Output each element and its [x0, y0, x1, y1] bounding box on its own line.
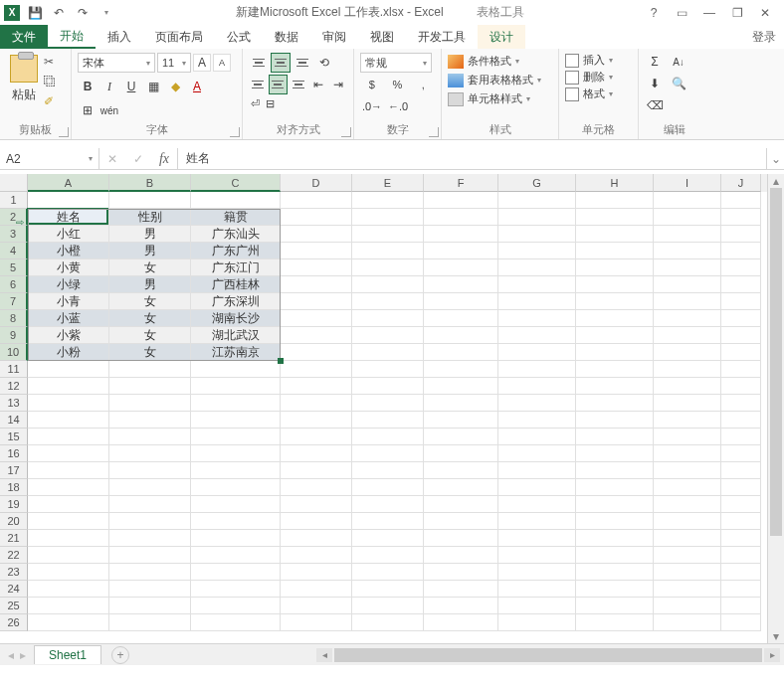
cell[interactable] [424, 462, 498, 479]
cell[interactable] [191, 378, 281, 395]
row-header[interactable]: 6 [0, 276, 28, 293]
cell[interactable] [576, 226, 654, 243]
cell[interactable] [424, 327, 498, 344]
cell[interactable] [109, 378, 191, 395]
cell[interactable] [576, 429, 654, 445]
cell[interactable] [424, 530, 498, 547]
cell[interactable] [352, 361, 424, 378]
cell[interactable] [352, 496, 424, 513]
new-sheet-button[interactable]: + [111, 646, 129, 664]
cell[interactable] [498, 479, 576, 496]
cell[interactable]: 男 [109, 226, 191, 243]
grid-rows[interactable]: 12姓名性别籍贯3小红男广东汕头4小橙男广东广州5小黄女广东江门6小绿男广西桂林… [0, 192, 767, 631]
cell[interactable] [191, 547, 281, 564]
cell[interactable] [281, 412, 352, 429]
cell[interactable] [109, 429, 191, 445]
cell[interactable] [281, 445, 352, 462]
cell[interactable] [191, 598, 281, 614]
align-middle-button[interactable] [271, 53, 291, 73]
cell[interactable] [109, 462, 191, 479]
cell[interactable] [498, 209, 576, 226]
row-header[interactable]: 24 [0, 581, 28, 598]
cell[interactable] [424, 243, 498, 259]
cell[interactable] [109, 530, 191, 547]
cell[interactable] [654, 479, 721, 496]
cell[interactable] [721, 327, 761, 344]
cell[interactable] [576, 293, 654, 310]
cell[interactable] [281, 513, 352, 530]
copy-icon[interactable]: ⿻ [44, 75, 60, 90]
cell[interactable] [28, 462, 109, 479]
cell[interactable] [721, 310, 761, 327]
cell[interactable]: 小红 [28, 226, 109, 243]
cell[interactable] [281, 462, 352, 479]
cell[interactable]: 湖北武汉 [191, 327, 281, 344]
tab-data[interactable]: 数据 [263, 25, 310, 49]
row-header[interactable]: 18 [0, 479, 28, 496]
increase-indent-button[interactable]: ⇥ [329, 75, 347, 94]
qat-save-icon[interactable]: 💾 [26, 4, 44, 22]
cell[interactable] [352, 479, 424, 496]
cell[interactable] [654, 310, 721, 327]
row-header[interactable]: 2 [0, 209, 28, 226]
tab-insert[interactable]: 插入 [96, 25, 143, 49]
cell[interactable] [721, 344, 761, 361]
column-header-D[interactable]: D [281, 174, 352, 192]
font-name-combo[interactable]: 宋体▾ [78, 53, 155, 73]
cell[interactable]: 湖南长沙 [191, 310, 281, 327]
cell[interactable] [352, 395, 424, 412]
format-as-table-button[interactable]: 套用表格格式▾ [448, 72, 552, 88]
cell[interactable] [28, 598, 109, 614]
cell[interactable] [654, 445, 721, 462]
clear-button[interactable]: ⌫ [645, 96, 665, 114]
cell[interactable] [352, 327, 424, 344]
cell[interactable] [721, 581, 761, 598]
cell[interactable] [654, 361, 721, 378]
cell[interactable] [654, 564, 721, 581]
cell[interactable] [498, 310, 576, 327]
hscroll-right-icon[interactable]: ▸ [764, 648, 780, 662]
format-painter-icon[interactable]: ✐ [44, 94, 60, 110]
row-header[interactable]: 19 [0, 496, 28, 513]
cell[interactable] [498, 378, 576, 395]
cell[interactable] [654, 192, 721, 209]
row-header[interactable]: 16 [0, 445, 28, 462]
tab-developer[interactable]: 开发工具 [406, 25, 478, 49]
cell[interactable]: 籍贯 [191, 209, 281, 226]
vertical-scrollbar[interactable]: ▴ ▾ [767, 174, 784, 643]
cell[interactable] [109, 479, 191, 496]
cell[interactable] [191, 192, 281, 209]
row-header[interactable]: 12 [0, 378, 28, 395]
row-header[interactable]: 21 [0, 530, 28, 547]
insert-function-icon[interactable]: fx [151, 151, 177, 167]
qat-undo-icon[interactable]: ↶ [50, 4, 68, 22]
cell[interactable] [28, 395, 109, 412]
cell[interactable] [721, 192, 761, 209]
cell[interactable]: 姓名 [28, 209, 109, 226]
cell[interactable] [281, 395, 352, 412]
cell[interactable]: 广东广州 [191, 243, 281, 259]
cell[interactable] [352, 293, 424, 310]
cell[interactable]: 广西桂林 [191, 276, 281, 293]
cell[interactable] [281, 361, 352, 378]
ribbon-display-icon[interactable]: ▭ [673, 4, 690, 22]
column-header-E[interactable]: E [352, 174, 424, 192]
cell[interactable] [352, 445, 424, 462]
row-header[interactable]: 3 [0, 226, 28, 243]
cell[interactable] [576, 547, 654, 564]
cell[interactable] [352, 344, 424, 361]
cell[interactable] [498, 243, 576, 259]
cell[interactable] [191, 614, 281, 631]
cell[interactable] [191, 462, 281, 479]
row-header[interactable]: 15 [0, 429, 28, 445]
cell[interactable] [281, 614, 352, 631]
cell[interactable] [654, 276, 721, 293]
decrease-font-icon[interactable]: A [213, 54, 231, 72]
cell[interactable] [281, 598, 352, 614]
cell[interactable] [281, 564, 352, 581]
cell[interactable] [109, 361, 191, 378]
row-header[interactable]: 14 [0, 412, 28, 429]
cell[interactable] [281, 327, 352, 344]
cell[interactable] [498, 547, 576, 564]
conditional-format-button[interactable]: 条件格式▾ [448, 53, 552, 70]
